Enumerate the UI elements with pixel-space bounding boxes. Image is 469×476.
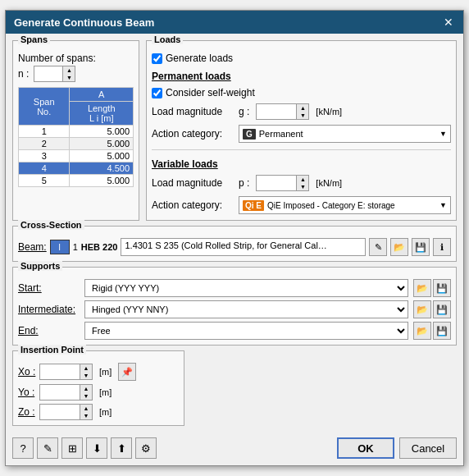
p-spin-down[interactable]: ▼ — [297, 183, 308, 190]
beam-save-btn[interactable]: 💾 — [412, 238, 430, 256]
xo-spin-up[interactable]: ▲ — [80, 364, 92, 372]
intermediate-save-icon[interactable]: 💾 — [433, 300, 451, 318]
perm-badge: G — [243, 129, 256, 140]
supports-label: Supports — [18, 261, 62, 271]
table-row[interactable]: 44.500 — [19, 162, 134, 175]
intermediate-row: Intermediate: Hinged (YYY NNY) 📂 💾 — [18, 300, 451, 318]
p-spin-up[interactable]: ▲ — [297, 176, 308, 183]
table-row[interactable]: 15.000 — [19, 126, 134, 138]
spans-group: Spans Number of spans: n : 5 ▲ ▼ — [12, 40, 139, 221]
intermediate-select[interactable]: Hinged (YYY NNY) — [84, 300, 408, 318]
insertion-group: Insertion Point Xo : 0.000 ▲ ▼ [m] 📌 — [12, 350, 184, 426]
var-action-select[interactable]: Qi E QiE Imposed - Category E: storage ▼ — [239, 196, 451, 214]
perm-dropdown-arrow: ▼ — [439, 130, 447, 138]
zo-spinner[interactable]: 0.000 ▲ ▼ — [39, 404, 93, 420]
beam-edit-btn[interactable]: ✎ — [369, 238, 387, 256]
end-label: End: — [18, 325, 80, 336]
yo-spinner[interactable]: 0.000 ▲ ▼ — [39, 384, 93, 400]
xo-spin-down[interactable]: ▼ — [80, 372, 92, 379]
end-save-icon[interactable]: 💾 — [433, 322, 451, 340]
footer-right-buttons: OK Cancel — [337, 437, 457, 459]
supports-inner: Start: Rigid (YYY YYY) 📂 💾 Intermediate:… — [18, 279, 451, 340]
load-magnitude-label-perm: Load magnitude — [152, 106, 234, 117]
n-spinner-btns: ▲ ▼ — [63, 66, 75, 82]
var-badge: Qi E — [243, 200, 264, 211]
intermediate-icons: 📂 💾 — [413, 300, 451, 318]
p-input[interactable]: 0.000 — [256, 175, 297, 191]
xo-row: Xo : 0.000 ▲ ▼ [m] 📌 — [18, 363, 179, 381]
footer-export-btn[interactable]: ⬆ — [111, 437, 132, 459]
yo-label: Yo : — [18, 387, 36, 398]
dialog-footer: ? ✎ ⊞ ⬇ ⬆ ⚙ OK Cancel — [6, 433, 463, 465]
start-save-icon[interactable]: 💾 — [433, 279, 451, 297]
yo-spin-up[interactable]: ▲ — [80, 385, 92, 392]
generate-loads-checkbox[interactable] — [152, 53, 162, 64]
table-row[interactable]: 25.000 — [19, 138, 134, 150]
beam-number: 1 — [73, 242, 78, 252]
beam-load-btn[interactable]: 📂 — [390, 238, 408, 256]
self-weight-row: Consider self-weight — [152, 87, 451, 98]
footer-settings-btn[interactable]: ⚙ — [135, 437, 157, 459]
footer-edit-btn[interactable]: ✎ — [37, 437, 58, 459]
close-button[interactable]: ✕ — [442, 16, 455, 29]
yo-spin-down[interactable]: ▼ — [80, 392, 92, 400]
xo-pin-btn[interactable]: 📌 — [118, 363, 136, 381]
g-spinner-btns: ▲ ▼ — [297, 103, 309, 120]
start-row: Start: Rigid (YYY YYY) 📂 💾 — [18, 279, 451, 297]
table-row[interactable]: 55.000 — [19, 175, 134, 187]
n-input[interactable]: 5 — [34, 66, 63, 82]
g-magnitude-row: Load magnitude g : 0.400 ▲ ▼ [kN/m] — [152, 103, 451, 120]
col-span-no: SpanNo. — [19, 88, 70, 126]
n-spin-down[interactable]: ▼ — [63, 74, 75, 81]
end-select[interactable]: Free — [84, 322, 408, 340]
loads-inner: Generate loads Permanent loads Consider … — [152, 53, 451, 214]
table-row[interactable]: 35.000 — [19, 150, 134, 162]
beam-icon-text: I — [58, 243, 61, 252]
beam-icon-btn[interactable]: I — [50, 240, 70, 254]
footer-import-btn[interactable]: ⬇ — [86, 437, 107, 459]
zo-unit: [m] — [99, 407, 112, 417]
cancel-button[interactable]: Cancel — [399, 437, 457, 459]
g-unit: [kN/m] — [316, 107, 342, 117]
cross-section-group: Cross-Section Beam: I 1 HEB 220 1.4301 S… — [12, 226, 457, 262]
span-no: 3 — [19, 150, 70, 162]
intermediate-load-icon[interactable]: 📂 — [413, 300, 431, 318]
g-input[interactable]: 0.400 — [256, 103, 297, 120]
span-length: 5.000 — [70, 138, 134, 150]
g-spinner[interactable]: 0.400 ▲ ▼ — [256, 103, 309, 120]
ok-button[interactable]: OK — [337, 437, 394, 459]
footer-left-buttons: ? ✎ ⊞ ⬇ ⬆ ⚙ — [12, 437, 157, 459]
footer-help-btn[interactable]: ? — [12, 437, 34, 459]
beam-label: Beam: — [18, 241, 47, 253]
n-spinner[interactable]: 5 ▲ ▼ — [34, 66, 75, 82]
end-load-icon[interactable]: 📂 — [413, 322, 431, 340]
perm-action-select[interactable]: G Permanent ▼ — [239, 125, 451, 143]
yo-input[interactable]: 0.000 — [39, 384, 80, 400]
zo-row: Zo : 0.000 ▲ ▼ [m] — [18, 404, 179, 420]
p-spinner[interactable]: 0.000 ▲ ▼ — [256, 175, 309, 191]
perm-action-label: Action category: — [152, 128, 234, 140]
n-spin-up[interactable]: ▲ — [63, 66, 75, 74]
xo-input[interactable]: 0.000 — [39, 364, 80, 380]
g-label: g : — [239, 106, 249, 117]
end-icons: 📂 💾 — [413, 322, 451, 340]
g-spin-down[interactable]: ▼ — [297, 112, 308, 119]
loads-divider — [152, 149, 451, 150]
zo-spin-up[interactable]: ▲ — [80, 405, 92, 412]
beam-material-text: 1.4301 S 235 (Cold Rolled Strip, for Gen… — [121, 238, 366, 256]
start-load-icon[interactable]: 📂 — [413, 279, 431, 297]
p-label: p : — [239, 177, 249, 189]
title-bar: Generate Continuous Beam ✕ — [6, 11, 463, 34]
start-select[interactable]: Rigid (YYY YYY) — [84, 279, 408, 297]
g-spin-up[interactable]: ▲ — [297, 104, 308, 112]
beam-info-btn[interactable]: ℹ — [433, 238, 451, 256]
xo-spinner[interactable]: 0.000 ▲ ▼ — [39, 364, 93, 380]
footer-grid-btn[interactable]: ⊞ — [61, 437, 83, 459]
self-weight-checkbox[interactable] — [152, 88, 162, 98]
bottom-row: Insertion Point Xo : 0.000 ▲ ▼ [m] 📌 — [12, 350, 457, 426]
zo-spin-down[interactable]: ▼ — [80, 412, 92, 419]
self-weight-label: Consider self-weight — [166, 87, 255, 98]
perm-option-text: Permanent — [259, 129, 303, 139]
zo-input[interactable]: 0.000 — [39, 404, 80, 420]
variable-loads-label: Variable loads — [152, 158, 451, 170]
